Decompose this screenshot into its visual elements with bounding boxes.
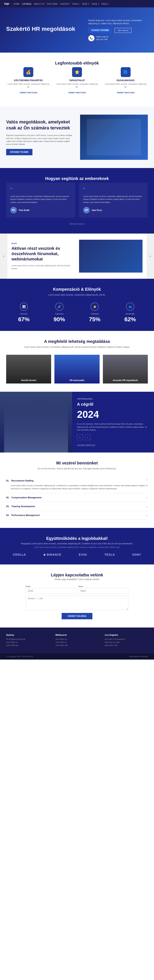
nav-item-page1[interactable]: PAGE 1 — [72, 2, 79, 6]
talent-card-img-1: HR-tanácsadás — [54, 355, 99, 383]
partner-logo-0: CROLLA — [13, 553, 26, 556]
faq-question-1[interactable]: 02. Compensation Management ⌄ — [6, 496, 148, 499]
benefit-link-0[interactable]: TEBBET MEGTUDNI — [19, 92, 37, 94]
talent-card-label-1: HR-tanácsadás — [56, 379, 97, 382]
real-solutions-title: Valós megoldások, amelyeket csak az Ön s… — [6, 119, 74, 131]
faq-question-3[interactable]: 04. Performance Management ⌄ — [6, 514, 148, 517]
faq-number-0: 01. — [6, 479, 9, 482]
faq-q-text-0: Recruitment Staffing — [11, 479, 146, 482]
faq-question-2[interactable]: 03. Training Development ⌄ — [6, 505, 148, 508]
slider-tag: BLOG — [11, 242, 75, 245]
comp-item-0: 📊 Elemzés 67% — [6, 302, 42, 323]
faq-section: Mi vezérel bennünket Ez a mi kis text bo… — [0, 452, 154, 528]
comp-item-2: ⭐ Tehetség 75% — [77, 302, 113, 323]
benefit-link-2[interactable]: TEBBET MEGTUDNI — [117, 92, 135, 94]
comp-percent-1: 90% — [42, 316, 77, 323]
hero-content: Szakértő HR megoldások — [6, 25, 77, 35]
email-input[interactable] — [26, 588, 76, 593]
compensation-title: Kompenzáció & Előnyök — [6, 287, 148, 292]
slider-text: BLOG Aktívan részt veszünk és összehívun… — [11, 242, 75, 270]
faq-question-0[interactable]: 01. Recruitment Staffing ⌃ — [6, 479, 148, 482]
message-field-wrapper — [26, 596, 129, 610]
talent-card-label-2: Innovatív HR megoldások — [105, 379, 146, 382]
partners-section: Együttműködés a legjobbakkal! Paragraph … — [0, 528, 154, 565]
comp-percent-0: 67% — [6, 316, 42, 323]
benefit-title-0: KÖLTSÉGMEGTAKARÍTÁS — [6, 79, 51, 81]
about-next-arrow[interactable]: › — [85, 434, 90, 440]
benefit-icon-1: ⭐ — [72, 67, 82, 77]
author-avatar-1: SP — [83, 207, 90, 213]
real-solutions-body: Dignissim suspendisse in est ante in nib… — [6, 134, 74, 146]
contact-subtitle: Kérdés vagy érdeklődés? Call és lépjünk … — [6, 578, 148, 581]
navbar: logo HOME LISTINGS ABOUT US OUR TEAM CON… — [0, 0, 154, 7]
phone-icon: 📞 — [88, 35, 94, 41]
nav-item-page2[interactable]: PAGE 2 — [82, 2, 89, 6]
hero-right: Sample large text. Lorem ipsum dolor sit… — [84, 19, 148, 41]
testimonial-card-1: " Lorem ipsum dolor sit amet, consectetu… — [79, 183, 148, 218]
comp-label-0: Elemzés — [6, 313, 42, 315]
testimonials-title: Hogyan segítünk az embereknek — [6, 176, 148, 181]
solutions-btn[interactable]: BŐVEBB TOVÁBB — [6, 149, 32, 155]
talent-card-0[interactable]: Vezetői keresés — [6, 355, 51, 383]
nav-item-listings[interactable]: LISTINGS — [22, 2, 32, 6]
real-solutions-image — [80, 115, 148, 160]
privacy-policy-link[interactable]: Adatvédelmi irányelvek — [129, 655, 148, 657]
faq-chevron-2: ⌄ — [146, 505, 148, 508]
nav-item-page4[interactable]: PAGE 4 — [102, 2, 109, 6]
partner-logo-4: SONY — [132, 553, 141, 556]
nav-logo[interactable]: logo — [4, 2, 9, 5]
comp-percent-2: 75% — [77, 316, 113, 323]
contact-button[interactable]: Irjon a lap 26 — [114, 28, 132, 33]
footer-col-0: Sydney 49 Pindeba St Rybrook 163 Collins… — [6, 634, 49, 647]
partners-desc: Lorem ipsum dolor sit amet, consectetur … — [6, 546, 148, 549]
about-prev-arrow[interactable]: ‹ — [77, 434, 83, 440]
talent-card-2[interactable]: Innovatív HR megoldások — [103, 355, 148, 383]
benefit-text-2: Lorem ipsum dolor sit amet, consectetur … — [103, 83, 148, 88]
footer: Sydney 49 Pindeba St Rybrook 163 Collins… — [0, 627, 154, 654]
comp-item-3: 👥 Mentorálás 62% — [113, 302, 148, 323]
talent-card-1[interactable]: HR-tanácsadás — [54, 355, 99, 383]
hero-section: Szakértő HR megoldások Sample large text… — [0, 7, 154, 52]
testimonials-section: Hogyan segítünk az embereknek " Lorem ip… — [0, 168, 154, 234]
author-avatar-0: PS — [10, 207, 17, 213]
read-more-button[interactable]: OLVASS TOVÁBB — [88, 27, 112, 33]
benefit-item-0: 💰 KÖLTSÉGMEGTAKARÍTÁS Lorem ipsum dolor … — [6, 67, 51, 94]
footer-city-2: Los Angeles — [105, 634, 148, 636]
about-link[interactable]: About ▶ Foglalkozunk — [77, 444, 95, 446]
benefit-title-2: RUGALMASSÁG — [103, 79, 148, 81]
slider-content: BLOG Aktívan részt veszünk és összehívun… — [7, 234, 147, 279]
quote-mark-1: " — [83, 187, 144, 193]
compensation-section: Kompenzáció & Előnyök Lorem ipsum dolor … — [0, 279, 154, 331]
about-image — [0, 392, 72, 452]
nav-item-team[interactable]: OUR TEAM — [47, 2, 58, 6]
benefit-icon-2: 🔵 — [121, 67, 130, 77]
partner-logo-1: ◆ BINANCE — [43, 553, 61, 556]
comp-icon-2: ⭐ — [90, 302, 99, 311]
talent-card-label-0: Vezetői keresés — [8, 379, 49, 382]
testimonials-nav: Kliens ▶ Tanácsok — [6, 222, 148, 225]
footer-col-1: Melbourne 163 Collins St 163 Collins Sr … — [56, 634, 98, 647]
name-input[interactable] — [78, 588, 129, 593]
faq-chevron-3: ⌄ — [146, 514, 148, 517]
nav-item-page3[interactable]: PAGE 3 — [92, 2, 99, 6]
testimonials-nav-link[interactable]: Kliens ▶ Tanácsok — [70, 223, 84, 225]
slider-section: ‹ BLOG Aktívan részt veszünk és összehív… — [0, 234, 154, 279]
nav-item-contact[interactable]: CONTACT — [60, 2, 70, 6]
nav-item-home[interactable]: HOME — [13, 2, 19, 6]
author-name-0: Paul Smith — [19, 209, 30, 212]
nav-item-about[interactable]: ABOUT US — [34, 2, 44, 6]
footer-city-0: Sydney — [6, 634, 49, 636]
faq-item-1: 02. Compensation Management ⌄ — [6, 493, 148, 502]
slider-inner: ‹ BLOG Aktívan részt veszünk és összehív… — [0, 234, 154, 279]
message-textarea[interactable] — [26, 596, 129, 610]
nav-links: HOME LISTINGS ABOUT US OUR TEAM CONTACT … — [13, 2, 109, 6]
talent-grid: Vezetői keresés HR-tanácsadás Innovatív … — [6, 355, 148, 383]
submit-button[interactable]: ÜZENET KÜLDÉSE — [62, 613, 93, 619]
form-row-1: Email Name — [26, 585, 129, 593]
benefit-link-1[interactable]: TEBBET MEGTUDNI — [68, 92, 86, 94]
next-arrow[interactable]: › — [147, 234, 154, 279]
contact-section: Lépjen kapcsolatba velünk Kérdés vagy ér… — [0, 565, 154, 627]
name-label: Name — [78, 585, 129, 587]
benefit-icon-0: 💰 — [24, 67, 33, 77]
prev-arrow[interactable]: ‹ — [0, 234, 7, 279]
